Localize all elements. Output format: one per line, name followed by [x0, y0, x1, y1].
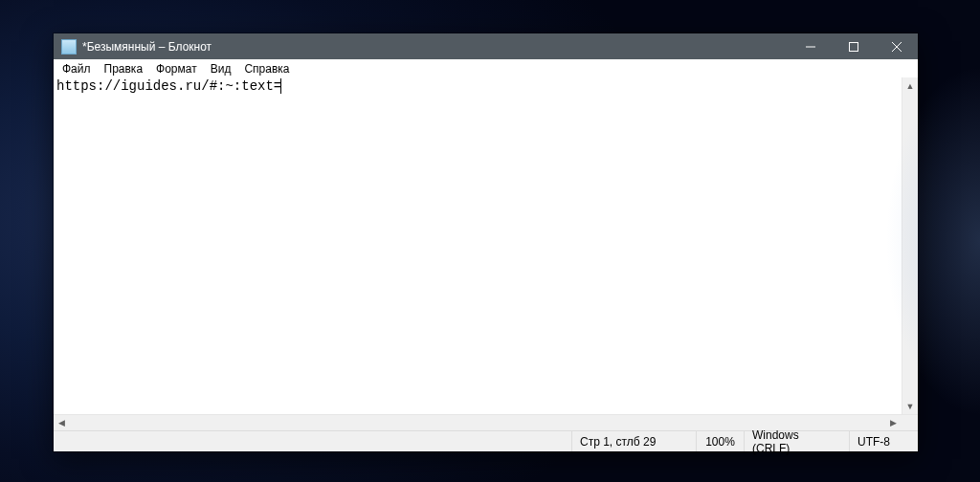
titlebar[interactable]: *Безымянный – Блокнот [54, 33, 918, 59]
scrollbar-corner [902, 415, 918, 430]
minimize-icon [806, 42, 815, 52]
editor-area: https://iguides.ru/#:~:text= ▲ ▼ [54, 77, 918, 414]
close-icon [892, 42, 902, 52]
scroll-left-arrow-icon[interactable]: ◀ [54, 415, 70, 430]
minimize-button[interactable] [789, 33, 832, 59]
menu-view[interactable]: Вид [204, 60, 238, 77]
statusbar: Стр 1, стлб 29 100% Windows (CRLF) UTF-8 [54, 430, 918, 451]
svg-rect-1 [849, 42, 858, 51]
scroll-up-arrow-icon[interactable]: ▲ [902, 77, 918, 94]
menu-file[interactable]: Файл [56, 60, 98, 77]
text-editor[interactable]: https://iguides.ru/#:~:text= [54, 77, 902, 414]
window-controls [789, 33, 918, 59]
status-spacer [54, 431, 571, 451]
status-zoom: 100% [696, 431, 744, 451]
menu-format[interactable]: Формат [149, 60, 204, 77]
menu-help[interactable]: Справка [237, 60, 296, 77]
menu-edit[interactable]: Правка [98, 60, 150, 77]
horizontal-scrollbar[interactable]: ◀ ▶ [54, 414, 918, 430]
hscroll-track[interactable] [70, 415, 885, 430]
vertical-scrollbar[interactable]: ▲ ▼ [902, 77, 918, 414]
status-position: Стр 1, стлб 29 [571, 431, 696, 451]
text-caret [280, 78, 281, 94]
maximize-button[interactable] [832, 33, 875, 59]
maximize-icon [849, 42, 858, 52]
scroll-down-arrow-icon[interactable]: ▼ [902, 398, 918, 414]
scroll-right-arrow-icon[interactable]: ▶ [885, 415, 902, 430]
notepad-window: *Безымянный – Блокнот Файл Правка Формат… [54, 33, 918, 451]
app-icon [61, 39, 77, 55]
window-title: *Безымянный – Блокнот [82, 40, 789, 54]
close-button[interactable] [875, 33, 918, 59]
menubar: Файл Правка Формат Вид Справка [54, 59, 918, 77]
status-encoding: UTF-8 [849, 431, 918, 451]
status-line-ending: Windows (CRLF) [744, 431, 849, 451]
editor-content: https://iguides.ru/#:~:text= [56, 78, 281, 94]
